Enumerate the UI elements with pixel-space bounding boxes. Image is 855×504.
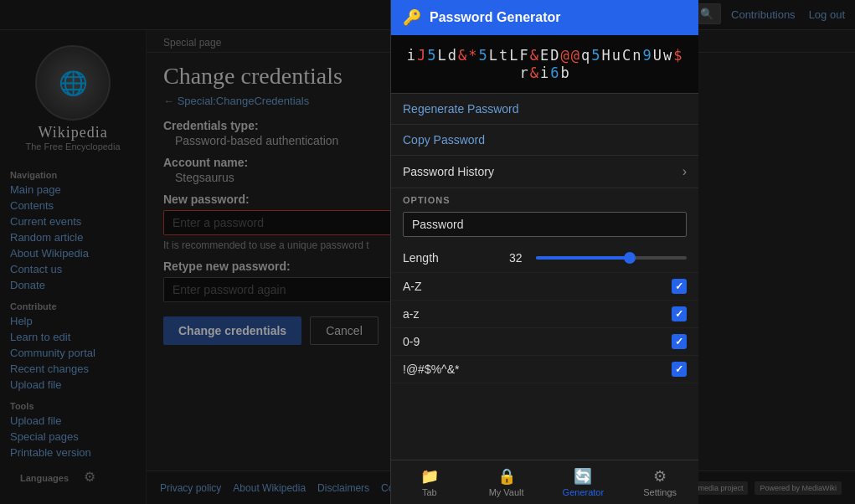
password-char: *: [468, 47, 477, 64]
az-option-row: A-Z: [391, 273, 698, 301]
password-char: 5: [478, 47, 487, 64]
09-checkbox[interactable]: [672, 334, 687, 349]
options-password-input[interactable]: [403, 212, 687, 237]
password-history-label: Password History: [403, 165, 494, 178]
special-label: !@#$%^&*: [403, 363, 459, 376]
password-char: D: [550, 47, 559, 64]
length-slider[interactable]: [536, 249, 687, 266]
password-char: r: [519, 64, 528, 81]
password-char: &: [530, 47, 539, 64]
password-char: @: [571, 47, 580, 64]
az-lower-checkbox[interactable]: [672, 306, 687, 321]
password-char: w: [663, 47, 672, 64]
tab-icon: 📁: [420, 467, 439, 486]
password-display: iJ5Ld&*5LtLF&ED@@q5HuCn9Uw$r&i6b: [391, 35, 698, 94]
password-char: H: [601, 47, 610, 64]
slider-thumb[interactable]: [624, 252, 636, 264]
password-char: E: [540, 47, 549, 64]
bottom-nav: 📁Tab🔒My Vault🔄Generator⚙Settings: [391, 460, 698, 504]
az-checkbox[interactable]: [672, 279, 687, 294]
regenerate-password-button[interactable]: Regenerate Password: [391, 94, 698, 125]
chevron-right-icon: ›: [682, 164, 687, 179]
special-checkbox[interactable]: [672, 362, 687, 377]
password-char: 5: [427, 47, 436, 64]
nav-item-tab[interactable]: 📁Tab: [391, 460, 468, 504]
password-char: n: [632, 47, 641, 64]
my-vault-label: My Vault: [489, 487, 524, 497]
password-char: 9: [642, 47, 652, 64]
password-char: F: [519, 47, 528, 64]
tab-label: Tab: [422, 487, 437, 497]
password-char: b: [560, 64, 569, 81]
password-char: i: [540, 64, 549, 81]
password-char: u: [612, 47, 621, 64]
az-lower-option-row: a-z: [391, 301, 698, 328]
length-label: Length: [403, 251, 439, 265]
password-char: L: [489, 47, 498, 64]
nav-item-my-vault[interactable]: 🔒My Vault: [468, 460, 545, 504]
password-char: L: [509, 47, 518, 64]
slider-track: [536, 256, 687, 260]
popup-header: 🔑 Password Generator: [391, 0, 698, 35]
special-option-row: !@#$%^&*: [391, 356, 698, 383]
popup-title: Password Generator: [430, 10, 561, 25]
password-generator-icon: 🔑: [403, 8, 421, 27]
slider-fill: [536, 256, 630, 260]
length-option-row: Length 32: [391, 244, 698, 273]
length-value: 32: [509, 251, 529, 265]
az-label: A-Z: [403, 280, 422, 293]
password-char: &: [458, 47, 467, 64]
09-option-row: 0-9: [391, 328, 698, 356]
password-char: q: [581, 47, 590, 64]
password-char: 6: [550, 64, 559, 81]
generator-label: Generator: [563, 487, 605, 497]
password-generator-popup: 🔑 Password Generator iJ5Ld&*5LtLF&ED@@q5…: [390, 0, 698, 504]
password-char: 5: [591, 47, 600, 64]
password-char: @: [560, 47, 569, 64]
nav-item-generator[interactable]: 🔄Generator: [545, 460, 622, 504]
password-char: t: [499, 47, 508, 64]
password-char: &: [530, 64, 539, 81]
password-char: d: [448, 47, 457, 64]
password-char: J: [417, 47, 426, 64]
password-char: $: [673, 47, 682, 64]
settings-icon: ⚙: [653, 467, 667, 486]
copy-password-button[interactable]: Copy Password: [391, 125, 698, 156]
password-char: C: [622, 47, 631, 64]
password-char: L: [437, 47, 446, 64]
password-char: i: [407, 47, 416, 64]
length-control: 32: [509, 249, 687, 266]
az-lower-label: a-z: [403, 307, 419, 321]
password-history-row[interactable]: Password History ›: [391, 156, 698, 188]
my-vault-icon: 🔒: [497, 467, 516, 486]
password-char: U: [653, 47, 662, 64]
options-section-label: OPTIONS: [391, 188, 698, 208]
nav-item-settings[interactable]: ⚙Settings: [621, 460, 698, 504]
generator-icon: 🔄: [574, 467, 592, 486]
settings-label: Settings: [643, 487, 677, 497]
09-label: 0-9: [403, 335, 420, 348]
